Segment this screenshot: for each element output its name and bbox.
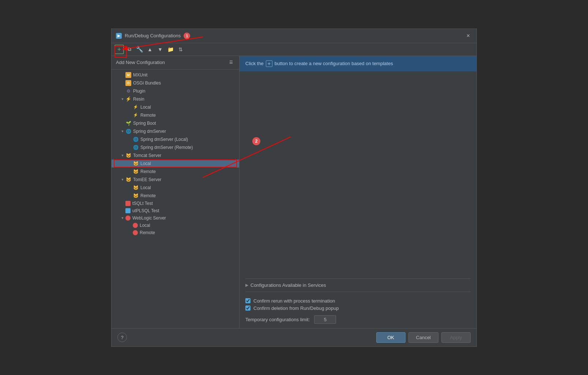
tomcat-remote-icon: 🐱 bbox=[133, 169, 139, 175]
tree-item-utplsql[interactable]: utPLSQL Test bbox=[112, 207, 239, 214]
close-button[interactable]: × bbox=[464, 32, 472, 40]
main-content: Add New Configuration ☰ M MXUnit O OSGi … bbox=[112, 56, 476, 328]
sidebar-title: Add New Configuration bbox=[116, 60, 165, 65]
tree-item-weblogic-remote[interactable]: Remote bbox=[112, 229, 239, 236]
tree-item-tomee[interactable]: ▼ 🐱 TomEE Server bbox=[112, 176, 239, 184]
help-button[interactable]: ? bbox=[117, 333, 127, 342]
cancel-button[interactable]: Cancel bbox=[408, 332, 438, 343]
no-arrow bbox=[128, 194, 132, 198]
springdm-label: Spring dmServer bbox=[133, 129, 166, 134]
move-up-button[interactable]: ▲ bbox=[145, 45, 155, 54]
sidebar-tree[interactable]: M MXUnit O OSGi Bundles ⚙ Plugin bbox=[112, 70, 239, 328]
tsqlt-icon bbox=[125, 201, 131, 206]
confirm-deletion-label: Confirm deletion from Run/Debug popup bbox=[253, 305, 339, 311]
title-bar-left: ▶ Run/Debug Configurations 1 bbox=[116, 33, 190, 39]
tree-item-resin[interactable]: ▼ ⚡ Resin bbox=[112, 95, 239, 103]
tree-item-tsqlt[interactable]: tSQLt Test bbox=[112, 200, 239, 207]
add-configuration-button[interactable]: + bbox=[114, 45, 124, 54]
confirm-deletion-checkbox[interactable] bbox=[245, 305, 250, 311]
settings-icon: ☰ bbox=[229, 60, 233, 65]
temp-limit-input[interactable] bbox=[314, 315, 336, 324]
tomcat-expand: ▼ bbox=[120, 153, 125, 158]
tree-item-tomcat[interactable]: ▼ 🐱 Tomcat Server bbox=[112, 151, 239, 160]
plus-icon: + bbox=[117, 46, 121, 53]
tree-item-weblogic[interactable]: ▼ WebLogic Server bbox=[112, 214, 239, 222]
resin-icon: ⚡ bbox=[125, 96, 131, 102]
tree-item-springdm[interactable]: ▼ 🌐 Spring dmServer bbox=[112, 127, 239, 135]
empty-panel: 2 bbox=[240, 71, 476, 278]
weblogic-remote-label: Remote bbox=[140, 230, 155, 235]
tree-item-tomee-remote[interactable]: 🐱 Remote bbox=[112, 192, 239, 200]
resin-expand: ▼ bbox=[120, 97, 125, 101]
app-icon: ▶ bbox=[116, 33, 122, 39]
move-down-button[interactable]: ▼ bbox=[155, 45, 165, 54]
tree-item-mxunit[interactable]: M MXUnit bbox=[112, 71, 239, 79]
sidebar-options-button[interactable]: ☰ bbox=[227, 59, 235, 66]
tree-item-tomee-local[interactable]: 🐱 Local bbox=[112, 184, 239, 192]
sidebar: Add New Configuration ☰ M MXUnit O OSGi … bbox=[112, 56, 240, 328]
tree-item-plugin[interactable]: ⚙ Plugin bbox=[112, 87, 239, 95]
remove-icon: 🔧 bbox=[136, 46, 143, 53]
resin-remote-icon: ⚡ bbox=[133, 112, 139, 118]
tree-item-weblogic-local[interactable]: Local bbox=[112, 222, 239, 229]
plugin-icon: ⚙ bbox=[125, 88, 131, 94]
hint-plus-icon: + bbox=[266, 60, 272, 67]
tree-item-tomcat-local[interactable]: 🐱 Local bbox=[112, 160, 239, 168]
tree-item-springdm-local[interactable]: 🌐 Spring dmServer (Local) bbox=[112, 135, 239, 143]
tree-item-springdm-remote[interactable]: 🌐 Spring dmServer (Remote) bbox=[112, 143, 239, 151]
weblogic-label: WebLogic Server bbox=[132, 215, 166, 221]
annotation-2: 2 bbox=[252, 137, 260, 145]
bottom-options: Confirm rerun with process termination C… bbox=[245, 292, 471, 328]
remove-button[interactable]: 🔧 bbox=[135, 45, 144, 54]
sort-button[interactable]: ⇅ bbox=[176, 45, 185, 54]
run-debug-dialog: ▶ Run/Debug Configurations 1 × + ⧉ 🔧 ▲ ▼… bbox=[111, 29, 477, 347]
tomee-local-label: Local bbox=[140, 185, 151, 190]
expand-triangle-icon[interactable]: ▶ bbox=[245, 283, 248, 288]
springdm-remote-label: Spring dmServer (Remote) bbox=[140, 145, 193, 150]
temp-limit-row: Temporary configurations limit: bbox=[245, 315, 471, 324]
up-icon: ▲ bbox=[147, 46, 152, 52]
mxunit-label: MXUnit bbox=[133, 72, 147, 78]
ok-button[interactable]: OK bbox=[376, 332, 406, 343]
springboot-label: Spring Boot bbox=[133, 121, 156, 126]
resin-local-icon: ⚡ bbox=[133, 104, 139, 110]
tree-item-springboot[interactable]: 🌱 Spring Boot bbox=[112, 119, 239, 127]
tomee-remote-icon: 🐱 bbox=[133, 193, 139, 199]
no-arrow bbox=[120, 201, 125, 206]
tomee-remote-label: Remote bbox=[140, 193, 156, 198]
no-arrow bbox=[120, 73, 125, 77]
weblogic-remote-icon bbox=[133, 230, 138, 235]
group-button[interactable]: 📁 bbox=[166, 45, 175, 54]
down-icon: ▼ bbox=[158, 46, 163, 52]
no-arrow bbox=[120, 89, 125, 93]
copy-button[interactable]: ⧉ bbox=[125, 45, 134, 54]
dialog-footer: ? OK Cancel Apply bbox=[112, 328, 476, 346]
copy-icon: ⧉ bbox=[128, 46, 131, 52]
confirm-rerun-row: Confirm rerun with process termination bbox=[245, 298, 471, 304]
notification-badge: 1 bbox=[184, 33, 190, 39]
no-arrow bbox=[128, 223, 132, 228]
configs-available-section: ▶ Configurations Available in Services C… bbox=[240, 278, 476, 328]
tree-item-osgi[interactable]: O OSGi Bundles bbox=[112, 79, 239, 87]
plugin-label: Plugin bbox=[133, 89, 145, 94]
springdm-local-label: Spring dmServer (Local) bbox=[140, 137, 188, 142]
sort-icon: ⇅ bbox=[178, 46, 183, 52]
hint-text: Click the bbox=[245, 61, 264, 66]
weblogic-local-icon bbox=[133, 223, 138, 228]
tree-item-resin-remote[interactable]: ⚡ Remote bbox=[112, 111, 239, 119]
dialog-title: Run/Debug Configurations bbox=[125, 33, 181, 38]
right-panel: Click the + button to create a new confi… bbox=[240, 56, 476, 328]
weblogic-local-label: Local bbox=[140, 223, 150, 228]
springdm-local-icon: 🌐 bbox=[133, 136, 139, 142]
springdm-expand: ▼ bbox=[120, 129, 125, 134]
configs-available[interactable]: ▶ Configurations Available in Services bbox=[245, 278, 471, 292]
no-arrow bbox=[128, 230, 132, 235]
tree-item-tomcat-remote[interactable]: 🐱 Remote bbox=[112, 168, 239, 176]
confirm-rerun-checkbox[interactable] bbox=[245, 298, 250, 303]
no-arrow bbox=[128, 161, 132, 166]
no-arrow bbox=[120, 81, 125, 85]
weblogic-expand: ▼ bbox=[120, 216, 125, 220]
apply-button[interactable]: Apply bbox=[441, 332, 471, 343]
tree-item-resin-local[interactable]: ⚡ Local bbox=[112, 103, 239, 111]
annotation-badge-2: 2 bbox=[252, 137, 260, 145]
